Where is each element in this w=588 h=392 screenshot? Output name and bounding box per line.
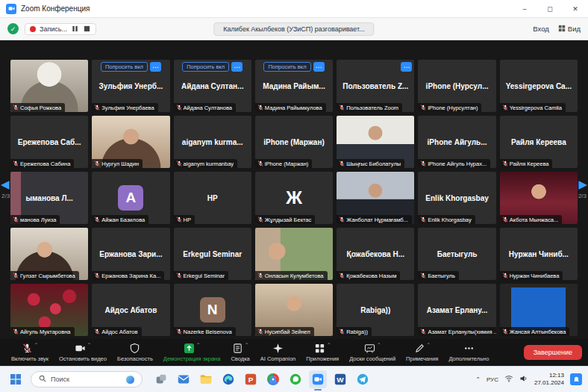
- toolbar-item-ai[interactable]: AI Companion: [255, 339, 301, 366]
- view-button[interactable]: Вид: [558, 25, 581, 34]
- participant-tile[interactable]: Ережепова Саб...Ережепова Сабина: [10, 116, 88, 168]
- participant-tile[interactable]: Жанболат Нұрмағамб...: [337, 172, 414, 224]
- toolbar-item-apps[interactable]: ⌃Приложения: [301, 339, 344, 366]
- minimize-button[interactable]: –: [512, 0, 537, 17]
- participant-tile[interactable]: iPhone (Нурсул...iPhone (Нурсултан): [418, 60, 495, 112]
- participant-name-tag: Айдос Абатов: [92, 327, 141, 336]
- powerpoint-icon[interactable]: P: [242, 370, 260, 388]
- edge-icon[interactable]: [219, 370, 237, 388]
- participant-tag-text: Айгуль Муктаровна: [20, 329, 71, 335]
- participant-tile[interactable]: Айдос АбатовАйдос Абатов: [92, 284, 169, 336]
- participant-tile[interactable]: Айгуль Муктаровна: [10, 284, 88, 336]
- participant-tile[interactable]: NNazerke Beisenova: [174, 284, 251, 336]
- login-button[interactable]: Вход: [533, 25, 549, 33]
- tray-overflow-chevron-icon[interactable]: ⌃: [475, 376, 481, 383]
- previous-page-arrow[interactable]: ◀: [1, 178, 10, 191]
- tile-menu-button[interactable]: ⋯: [150, 62, 161, 72]
- tile-menu-button[interactable]: ⋯: [401, 62, 412, 72]
- participant-tile[interactable]: НРНР: [174, 172, 251, 224]
- participant-tag-text: iPhone (Маржан): [265, 161, 308, 167]
- toolbar-item-share[interactable]: ⌃Демонстрация экрана: [158, 339, 226, 366]
- participant-tile[interactable]: ЖЖұлдызай Бектас: [255, 172, 333, 224]
- whatsapp-icon[interactable]: [287, 370, 304, 388]
- participant-tile[interactable]: Попросить вкл⋯Айдана Султан...Айдана Сул…: [174, 60, 251, 112]
- chevron-up-icon[interactable]: ⌃: [427, 342, 431, 348]
- participant-tile[interactable]: Попросить вкл⋯Мадина Райым...Мадина Райы…: [255, 60, 333, 112]
- start-button[interactable]: [6, 370, 25, 389]
- chevron-up-icon[interactable]: ⌃: [87, 342, 91, 348]
- chevron-up-icon[interactable]: ⌃: [377, 342, 381, 348]
- chevron-up-icon[interactable]: ⌃: [245, 342, 248, 348]
- participant-tile[interactable]: Онласын Кулумбетова: [255, 228, 333, 280]
- boards-icon: ⌃: [364, 343, 381, 354]
- maximize-button[interactable]: ◻: [537, 0, 563, 17]
- toolbar-item-camera[interactable]: ⌃Остановить видео: [54, 339, 112, 366]
- participant-tile[interactable]: Нуржан Чиниб...Нуржан Чинибаева: [500, 228, 578, 280]
- participant-tile[interactable]: Попросить вкл⋯Зульфия Унерб...Зульфия Ун…: [92, 60, 169, 112]
- language-indicator[interactable]: РУС: [487, 376, 498, 383]
- ask-unmute-button[interactable]: Попросить вкл: [101, 62, 148, 72]
- participant-tile[interactable]: Нургул Шадин: [92, 116, 169, 168]
- tile-menu-button[interactable]: ⋯: [313, 62, 325, 72]
- muted-mic-icon: [420, 329, 426, 335]
- participant-tile[interactable]: iPhone (Маржан)iPhone (Маржан): [255, 116, 333, 168]
- participant-tile[interactable]: Азамат Ерлану...Азамат Ерланулы(химия ..…: [418, 284, 495, 336]
- next-page-arrow[interactable]: ▶: [578, 178, 587, 191]
- participant-tile[interactable]: aiganym kurma...aiganym kurmanbay: [174, 116, 251, 168]
- participant-tile[interactable]: Enlik KhorgasbayEnlik Khorgasbay: [418, 172, 495, 224]
- participant-tile[interactable]: ААйжан Базилова: [92, 172, 169, 224]
- chevron-up-icon[interactable]: ⌃: [196, 342, 200, 348]
- ask-unmute-button[interactable]: Попросить вкл: [263, 62, 310, 72]
- taskbar-clock[interactable]: 12:13 27.01.2024: [534, 372, 564, 386]
- task-view-icon[interactable]: [152, 370, 170, 388]
- chevron-up-icon[interactable]: ⌃: [327, 342, 331, 348]
- meeting-toolbar: ⌃Включить звук⌃Остановить видеоБезопасно…: [0, 339, 588, 366]
- participant-tile[interactable]: БаетыгульБаетыгуль: [418, 228, 495, 280]
- search-input[interactable]: Поиск: [31, 371, 143, 388]
- toolbar-item-shield[interactable]: Безопасность: [112, 339, 158, 366]
- participant-tag-text: Шыңғыс Биболатулы: [346, 161, 401, 167]
- participant-tile[interactable]: Гулзат Сырымбетова: [10, 228, 88, 280]
- word-icon[interactable]: W: [331, 370, 349, 388]
- participant-name-tag: Айдана Султанова: [174, 103, 236, 112]
- participant-tile[interactable]: Rabiga))Rabiga)): [337, 284, 414, 336]
- participant-tile[interactable]: iPhone Айгуль...iPhone Айгуль Нурах...: [418, 116, 495, 168]
- participant-tile[interactable]: ыманова Л...манова Луиза: [10, 172, 88, 224]
- toolbar-item-notes[interactable]: ⌃Примечания: [401, 339, 443, 366]
- wifi-icon[interactable]: [504, 375, 513, 384]
- pause-recording-button[interactable]: [71, 25, 79, 32]
- volume-icon[interactable]: [519, 375, 528, 384]
- participant-tile[interactable]: Шыңғыс Биболатулы: [337, 116, 414, 168]
- participant-tile[interactable]: Қожабекова Н...Қожабекова Назым: [337, 228, 414, 280]
- close-button[interactable]: ✕: [563, 0, 588, 17]
- participant-tile[interactable]: ⋯Пользователь Z...Пользователь Zoom: [337, 60, 414, 112]
- chrome-icon[interactable]: [264, 370, 282, 388]
- notifications-icon[interactable]: [570, 373, 582, 385]
- end-meeting-button[interactable]: Завершение: [524, 345, 582, 360]
- participant-name-tag: Rabiga)): [337, 327, 372, 336]
- participant-tile[interactable]: Yessirgepova Ca...Yessirgepova Camila: [500, 60, 578, 112]
- participant-tile[interactable]: Жансая Алтынбекова: [500, 284, 578, 336]
- toolbar-item-label: Включить звук: [11, 355, 49, 362]
- participant-tile[interactable]: Нусипбай Зейнеп: [255, 284, 333, 336]
- toolbar-item-more[interactable]: Дополнительно: [443, 339, 494, 366]
- stop-recording-button[interactable]: [83, 25, 91, 32]
- zoom-icon[interactable]: [309, 370, 327, 388]
- security-shield-icon[interactable]: ✓: [7, 23, 19, 34]
- participant-tile[interactable]: Erkegul SeminarErkegul Seminar: [174, 228, 251, 280]
- participant-tile[interactable]: Райля КерееваРайля Кереева: [500, 116, 578, 168]
- telegram-icon[interactable]: [354, 370, 372, 388]
- participant-tile[interactable]: Акбота Мынжаса...: [500, 172, 578, 224]
- recording-controls: Запись...: [25, 23, 96, 35]
- mail-icon[interactable]: [175, 370, 193, 388]
- chevron-up-icon[interactable]: ⌃: [34, 342, 38, 348]
- participant-tile[interactable]: Софья Рожкова: [10, 60, 88, 112]
- page-indicator-left: 2/3: [1, 193, 10, 199]
- folder-icon[interactable]: [197, 370, 215, 388]
- participant-tile[interactable]: Ержанова Зари...Ержанова Зарина Ка...: [92, 228, 169, 280]
- toolbar-item-summary[interactable]: ⌃Сводка: [225, 339, 254, 366]
- toolbar-item-mic-off[interactable]: ⌃Включить звук: [6, 339, 54, 366]
- ask-unmute-button[interactable]: Попросить вкл: [182, 62, 229, 72]
- toolbar-item-boards[interactable]: ⌃Доски сообщений: [344, 339, 401, 366]
- tile-menu-button[interactable]: ⋯: [231, 62, 243, 72]
